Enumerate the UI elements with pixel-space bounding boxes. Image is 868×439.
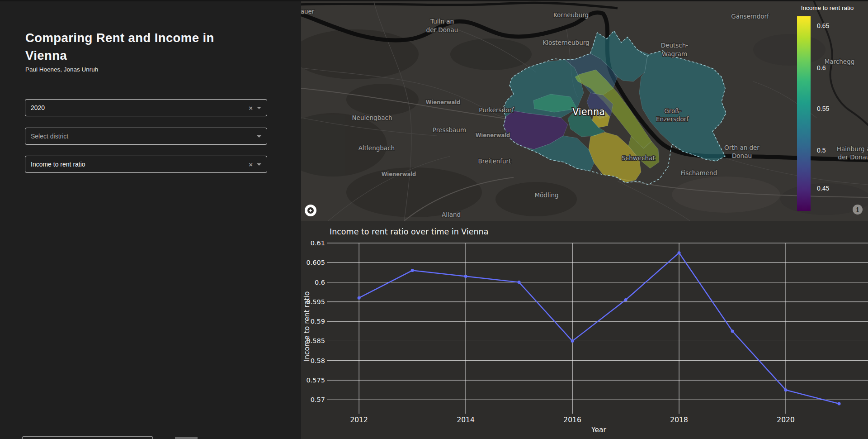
timeseries-chart-panel: 0.570.5750.580.5850.590.5950.60.6050.612… [301,221,868,439]
cutoff-button[interactable] [175,437,198,439]
place-label: der Donau [838,153,868,161]
authors: Paul Hoenes, Jonas Unruh [25,66,98,73]
page-title: Comparing Rent and Income in Vienna [25,29,251,64]
chevron-down-icon[interactable] [257,107,261,109]
chart-title: Income to rent ratio over time in Vienna [330,227,488,236]
svg-text:0.59: 0.59 [311,318,325,325]
place-label: Fischamend [681,169,717,177]
place-label: Marchegg [825,58,855,65]
place-label: Purkersdorf [479,106,514,114]
income-rent-ratio-line[interactable] [359,253,839,404]
place-label: Alland [442,211,461,218]
x-axis-title: Year [591,426,606,434]
sidebar: Comparing Rent and Income in Vienna Paul… [0,0,301,439]
svg-text:0.57: 0.57 [311,396,325,403]
metric-dropdown[interactable]: Income to rent ratio × [25,156,267,173]
vienna-choropleth-map[interactable]: auerTulln ander DonauKorneuburgGänserndo… [301,0,868,221]
district-dropdown[interactable]: Select district [25,128,267,145]
place-label: Breitenfurt [478,157,511,165]
year-dropdown-value: 2020 [31,104,45,111]
axis-ticks [327,243,786,414]
data-point-markers[interactable] [358,251,841,405]
clear-icon[interactable]: × [249,105,253,111]
colorbar-tick-label: 0.5 [817,147,826,154]
colorbar-title: Income to rent ratio [782,5,868,11]
colorbar-gradient [797,16,811,211]
place-label: Wienerwald [382,171,416,177]
place-label: Donau [732,152,752,159]
place-label: Orth an der [724,144,760,151]
colorbar-tick-label: 0.45 [817,185,829,192]
window-top-edge [0,0,868,1]
colorbar-tick-label: 0.65 [817,22,829,29]
colorbar-tick-label: 0.55 [817,105,829,112]
svg-text:0.575: 0.575 [306,377,325,384]
city-label-vienna: Vienna [572,106,605,117]
place-label: Gänserndorf [731,13,769,20]
place-label: Neulengbach [352,114,392,121]
place-label: Wagram [662,50,687,57]
colorbar-tick-label: 0.6 [817,64,826,72]
place-label: Wienerwald [426,99,461,105]
place-label: Wienerwald [476,132,510,138]
place-label: Deutsch- [661,42,689,49]
line-chart-canvas[interactable]: 0.570.5750.580.5850.590.5950.60.6050.612… [301,221,868,439]
axis-tick-labels: 0.570.5750.580.5850.590.5950.60.6050.612… [306,239,794,424]
metric-dropdown-value: Income to rent ratio [31,161,85,168]
svg-text:2018: 2018 [670,416,688,424]
place-label: Tulln an [430,18,454,25]
svg-text:2016: 2016 [563,416,581,424]
place-label: Klosterneuburg [542,39,589,46]
place-label: Hainburg a [837,145,868,153]
place-label: Enzersdorf [656,115,689,123]
svg-text:0.61: 0.61 [311,239,325,247]
mapbox-logo-icon[interactable] [305,205,316,216]
place-label: Schwechat [622,154,655,162]
svg-text:2014: 2014 [457,416,474,424]
svg-text:0.6: 0.6 [315,279,325,286]
chevron-down-icon[interactable] [257,163,261,166]
y-axis-title: Income to rent ratio [303,291,311,362]
svg-text:0.58: 0.58 [311,357,325,364]
cutoff-input-box[interactable] [22,436,153,439]
chart-gridlines [330,243,868,410]
year-dropdown[interactable]: 2020 × [25,99,267,116]
place-label: der Donau [426,26,458,33]
svg-text:0.605: 0.605 [306,259,325,266]
place-label: Altlengbach [359,144,395,152]
info-icon[interactable]: i [853,205,863,215]
place-label: auer [301,8,315,15]
clear-icon[interactable]: × [249,161,253,168]
place-label: Pressbaum [433,126,466,134]
svg-text:2020: 2020 [777,416,794,424]
place-label: Mödling [534,191,558,199]
svg-text:2012: 2012 [350,416,368,424]
chevron-down-icon[interactable] [257,135,261,138]
place-label: Korneuburg [553,11,589,19]
place-label: Groß- [664,107,681,115]
district-dropdown-placeholder: Select district [31,133,68,140]
map-canvas[interactable]: auerTulln ander DonauKorneuburgGänserndo… [301,0,868,221]
